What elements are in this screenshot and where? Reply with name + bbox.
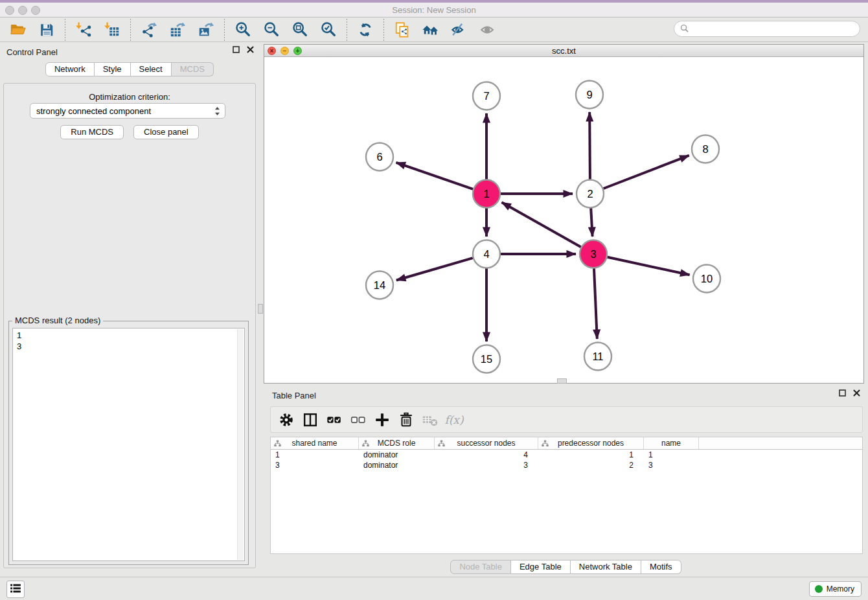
column-header-successor-nodes[interactable]: successor nodes (435, 437, 538, 449)
toolbar-separator (383, 19, 384, 41)
show-all-icon[interactable] (478, 20, 497, 40)
fit-content-icon[interactable] (290, 20, 310, 40)
result-scrollbar[interactable] (237, 329, 244, 560)
open-session-icon[interactable] (8, 20, 28, 40)
hide-selected-icon[interactable] (450, 20, 469, 40)
memory-status-icon (815, 585, 823, 593)
node-label: 9 (586, 89, 592, 100)
graph-node-1[interactable]: 1 (473, 180, 500, 208)
save-session-icon[interactable] (37, 20, 56, 40)
column-header-shared-name[interactable]: shared name (271, 437, 359, 449)
table-cell-predecessor-nodes[interactable]: 1 (538, 450, 644, 460)
tab-mcds[interactable]: MCDS (172, 62, 214, 76)
network-canvas[interactable]: 1234678910111415 (264, 57, 863, 383)
horizontal-splitter-handle[interactable] (557, 378, 567, 384)
settings-icon[interactable] (277, 410, 296, 430)
graph-node-10[interactable]: 10 (693, 265, 720, 293)
zoom-selected-icon[interactable] (319, 20, 338, 40)
edge-2-3[interactable] (591, 208, 592, 237)
toolbar-separator (347, 19, 347, 41)
optimization-criterion-label: Optimization criterion: (4, 92, 255, 102)
select-all-icon[interactable] (325, 410, 344, 430)
edge-1-6[interactable] (396, 163, 474, 189)
graph-node-3[interactable]: 3 (580, 240, 607, 268)
node-label: 15 (481, 353, 492, 365)
table-cell-successor-nodes[interactable]: 4 (435, 450, 538, 460)
node-label: 2 (587, 188, 593, 200)
table-tab-edge-table[interactable]: Edge Table (511, 560, 571, 574)
edge-4-14[interactable] (396, 258, 473, 280)
table-cell-mcds-role[interactable]: dominator (359, 450, 435, 460)
refresh-layout-icon[interactable] (356, 20, 375, 40)
edge-3-1[interactable] (502, 202, 581, 247)
edge-3-11[interactable] (594, 268, 597, 339)
table-tab-network-table[interactable]: Network Table (571, 560, 641, 574)
edge-2-9[interactable] (589, 112, 590, 179)
task-list-icon (9, 582, 22, 597)
close-table-panel-icon[interactable] (853, 389, 860, 397)
column-label: successor nodes (435, 439, 538, 448)
table-panel: Table Panel f(x) shared nameMCDS rolesuc… (264, 387, 868, 577)
graph-node-7[interactable]: 7 (473, 82, 500, 110)
table-tab-node-table[interactable]: Node Table (450, 560, 511, 574)
column-header-mcds-role[interactable]: MCDS role (359, 437, 435, 449)
toolbar-separator (224, 19, 225, 41)
table-row[interactable]: 3dominator323 (271, 460, 862, 470)
memory-label: Memory (827, 584, 854, 594)
zoom-out-icon[interactable] (262, 20, 281, 40)
column-header-name[interactable]: name (644, 437, 699, 449)
mcds-panel: Optimization criterion: strongly connect… (3, 83, 256, 568)
close-panel-icon[interactable] (247, 46, 254, 53)
export-image-icon[interactable] (196, 20, 216, 40)
tab-style[interactable]: Style (95, 62, 131, 76)
table-cell-predecessor-nodes[interactable]: 2 (538, 460, 644, 470)
export-table-icon[interactable] (168, 20, 187, 40)
show-columns-icon[interactable] (301, 410, 320, 430)
graph-node-4[interactable]: 4 (473, 240, 500, 268)
memory-button[interactable]: Memory (809, 581, 862, 597)
import-table-icon[interactable] (102, 20, 122, 40)
table-cell-successor-nodes[interactable]: 3 (435, 460, 538, 470)
control-panel: Control Panel NetworkStyleSelectMCDS Opt… (0, 43, 259, 570)
search-input[interactable] (692, 23, 860, 34)
table-cell-mcds-role[interactable]: dominator (359, 460, 435, 470)
close-panel-button[interactable]: Close panel (133, 125, 199, 139)
table-cell-name[interactable]: 1 (644, 450, 699, 460)
node-table: shared nameMCDS rolesuccessor nodesprede… (270, 437, 863, 554)
table-cell-shared-name[interactable]: 1 (271, 450, 359, 460)
run-mcds-button[interactable]: Run MCDS (60, 125, 124, 139)
deselect-all-icon[interactable] (348, 410, 368, 430)
table-tab-motifs[interactable]: Motifs (641, 560, 681, 574)
first-neighbors-icon[interactable] (421, 20, 440, 40)
graph-node-15[interactable]: 15 (473, 345, 500, 373)
graph-node-9[interactable]: 9 (576, 81, 603, 109)
tab-network[interactable]: Network (45, 62, 95, 76)
import-network-icon[interactable] (74, 20, 93, 40)
edge-2-8[interactable] (604, 156, 689, 189)
float-table-panel-icon[interactable] (839, 389, 846, 397)
graph-node-8[interactable]: 8 (692, 135, 719, 163)
add-row-icon[interactable] (372, 410, 392, 430)
new-network-from-selection-icon[interactable] (393, 20, 412, 40)
zoom-in-icon[interactable] (233, 20, 253, 40)
tab-select[interactable]: Select (131, 62, 172, 76)
graph-node-6[interactable]: 6 (366, 143, 393, 171)
criterion-select[interactable]: strongly connected component (30, 103, 225, 119)
table-cell-name[interactable]: 3 (644, 460, 699, 470)
table-row[interactable]: 1dominator411 (271, 450, 862, 460)
node-label: 4 (483, 248, 489, 260)
delete-row-icon[interactable] (396, 410, 416, 430)
graph-node-11[interactable]: 11 (584, 343, 611, 371)
float-panel-icon[interactable] (233, 46, 240, 53)
task-history-button[interactable] (6, 581, 25, 598)
column-header-predecessor-nodes[interactable]: predecessor nodes (538, 437, 644, 449)
mcds-result-text[interactable]: 13 (12, 328, 245, 561)
edge-3-10[interactable] (608, 257, 690, 275)
network-window-titlebar[interactable]: scc.txt (264, 45, 863, 57)
export-network-icon[interactable] (139, 20, 159, 40)
vertical-splitter-handle[interactable] (258, 304, 263, 314)
graph-node-2[interactable]: 2 (577, 180, 604, 208)
graph-node-14[interactable]: 14 (366, 271, 393, 299)
search-box[interactable] (674, 21, 860, 37)
table-cell-shared-name[interactable]: 3 (271, 460, 359, 470)
